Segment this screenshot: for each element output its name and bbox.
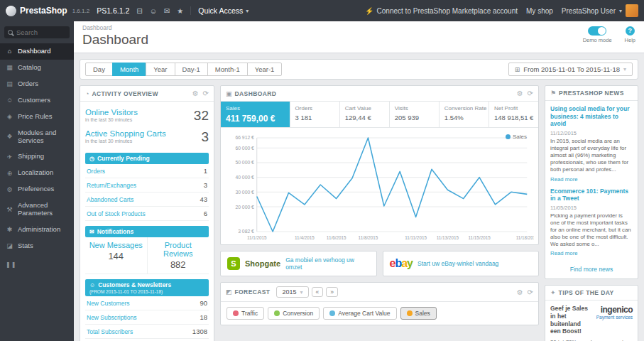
tip-headline: Geef je Sales in het buitenland een Boos… [550,305,591,335]
shopgate-logo-text: Shopgate [245,259,280,268]
sidebar-item-price-rules[interactable]: ◈ Price Rules [0,109,74,125]
forecast-legend-average-cart-value[interactable]: Average Cart Value [323,307,396,320]
marketplace-connect-link[interactable]: ⚡ Connect to PrestaShop Marketplace acco… [365,7,518,15]
refresh-icon[interactable]: ⟳ [203,90,209,97]
panel-title: PRESTASHOP NEWS [559,90,624,97]
refresh-icon[interactable]: ⟳ [528,288,533,296]
sidebar-collapse-button[interactable]: ❚❚ [0,254,74,275]
user-menu[interactable]: PrestaShop User ▾ [562,4,638,17]
new-customers-row[interactable]: New Customers 90 [85,296,209,310]
next-year-button[interactable]: » [326,287,338,297]
news-article-title[interactable]: Ecommerce 101: Payments in a Tweet [550,188,633,202]
sidebar-item-customers[interactable]: ☺ Customers [0,92,74,109]
ebay-logo: ebay [390,257,413,270]
quick-access-dropdown[interactable]: Quick Access ▾ [190,6,249,15]
previous-year-button[interactable]: « [312,287,324,297]
read-more-link[interactable]: Read more [550,176,578,183]
kpi-conversion-rate[interactable]: Conversion Rate 1.54% [440,102,489,127]
demo-mode-label: Demo mode [583,37,612,43]
sidebar-item-label: Stats [18,242,33,250]
cart-icon[interactable]: ⊟ [136,7,142,15]
gear-icon[interactable]: ⚙ [192,90,199,97]
abandoned-carts-row[interactable]: Abandoned Carts 43 [85,193,209,207]
notifications-header: ✉ Notifications [85,226,209,237]
messages-icon[interactable]: ✉ [164,7,170,15]
gear-icon[interactable]: ⚙ [517,288,523,296]
svg-text:11/13/2015: 11/13/2015 [437,235,459,240]
sidebar-item-dashboard[interactable]: ⌂ Dashboard [0,43,74,60]
pending-orders-row[interactable]: Orders 1 [85,164,209,178]
svg-text:11/1/2015: 11/1/2015 [247,235,267,240]
refresh-icon[interactable]: ⟳ [528,90,533,97]
active-carts-value: 3 [201,129,209,145]
sidebar-search[interactable] [4,26,70,38]
topbar-right: ⚡ Connect to PrestaShop Marketplace acco… [365,4,638,17]
star-icon[interactable]: ★ [177,7,183,15]
gear-icon[interactable]: ⚙ [517,90,523,97]
sidebar-item-administration[interactable]: ✱ Administration [0,222,74,238]
new-messages-cell[interactable]: New Messages 144 [85,237,147,274]
forecast-legend-traffic[interactable]: Traffic [227,307,264,320]
my-shop-link[interactable]: My shop [526,7,553,15]
sales-chart: 66 912 €60 000 €50 000 €40 000 €30 000 €… [225,131,534,243]
product-reviews-cell[interactable]: Product Reviews 882 [147,237,209,274]
sidebar-item-orders[interactable]: ▤ Orders [0,76,74,92]
activity-overview-panel: ◔ ACTIVITY OVERVIEW ⚙ ⟳ Online Visitors … [80,85,214,341]
currently-pending-header: ◷ Currently Pending [85,153,209,164]
panel-title: ACTIVITY OVERVIEW [92,90,158,97]
search-input[interactable] [16,28,66,36]
range-day-1-button[interactable]: Day-1 [175,63,208,76]
people-icon: ☺ [89,282,95,288]
date-range-button[interactable]: ⊞ From 2015-11-01 To 2015-11-18 ▾ [508,63,633,76]
range-month-button[interactable]: Month [112,63,146,76]
sidebar: ⌂ Dashboard ▦ Catalog ▤ Orders ☺ Custome… [0,21,74,341]
sidebar-item-localization[interactable]: ⊕ Localization [0,165,74,181]
demo-mode-control[interactable]: Demo mode [583,26,612,43]
sidebar-item-label: Catalog [18,64,41,72]
help-button[interactable]: ? Help [625,26,635,43]
range-month-1-button[interactable]: Month-1 [207,63,248,76]
kpi-sales[interactable]: Sales 411 759,00 € [221,102,290,127]
demo-mode-toggle[interactable] [588,26,606,36]
forecast-legend-sales[interactable]: Sales [400,307,437,320]
find-more-news-link[interactable]: Find more news [570,266,613,273]
read-more-link[interactable]: Read more [550,250,578,256]
sidebar-item-preferences[interactable]: ⚙ Preferences [0,181,74,197]
news-article-title[interactable]: Using social media for your business: 4 … [550,105,633,128]
date-filter-bar: Day Month Year Day-1 Month-1 Year-1 ⊞ Fr… [80,59,638,80]
forecast-legend-conversion[interactable]: Conversion [268,307,320,320]
dashboard-panel-icon: ▣ [226,90,232,97]
sidebar-item-shipping[interactable]: ✈ Shipping [0,148,74,165]
panel-title: FORECAST [235,288,271,296]
new-subscriptions-row[interactable]: New Subscriptions 18 [85,310,209,325]
panel-title: DASHBOARD [235,90,277,97]
sidebar-item-stats[interactable]: ◪ Stats [0,238,74,254]
sidebar-item-catalog[interactable]: ▦ Catalog [0,60,74,76]
chevron-down-icon: ▾ [619,8,622,14]
online-visitors-label[interactable]: Online Visitors [85,108,138,117]
kpi-net-profit[interactable]: Net Profit 148 918,51 € [489,102,538,127]
range-year-button[interactable]: Year [146,63,175,76]
ebay-promo-link[interactable]: Start uw eBay-winkel vandaag [417,260,498,267]
shop-name[interactable]: PS1.6.1.2 [97,6,129,15]
sidebar-item-label: Preferences [18,185,54,193]
prestashop-logo[interactable]: PrestaShop 1.6.1.2 [6,6,89,16]
kpi-visits[interactable]: Visits 205 939 [390,102,440,127]
sidebar-item-modules[interactable]: ❖ Modules and Services [0,125,74,149]
sidebar-item-advanced-parameters[interactable]: ⚒ Advanced Parameters [0,197,74,222]
range-year-1-button[interactable]: Year-1 [247,63,283,76]
active-carts-label[interactable]: Active Shopping Carts [85,129,166,138]
shopgate-logo-icon: S [227,257,240,270]
connect-icon: ⚡ [365,7,373,15]
customers-icon[interactable]: ☺ [150,7,157,15]
section-title: Customers & Newsletters [98,281,171,288]
shopgate-promo-link[interactable]: Ga mobiel en verhoog uw omzet [285,256,369,271]
forecast-year-select[interactable]: 2015 ▾ [276,286,308,298]
total-subscribers-row[interactable]: Total Subscribers 1308 [85,325,209,339]
search-icon [8,30,13,35]
kpi-orders[interactable]: Orders 3 181 [290,102,340,127]
range-day-button[interactable]: Day [85,63,113,76]
out-of-stock-row[interactable]: Out of Stock Products 6 [85,207,209,221]
pending-returns-row[interactable]: Return/Exchanges 3 [85,178,209,193]
kpi-cart-value[interactable]: Cart Value 129,44 € [340,102,390,127]
